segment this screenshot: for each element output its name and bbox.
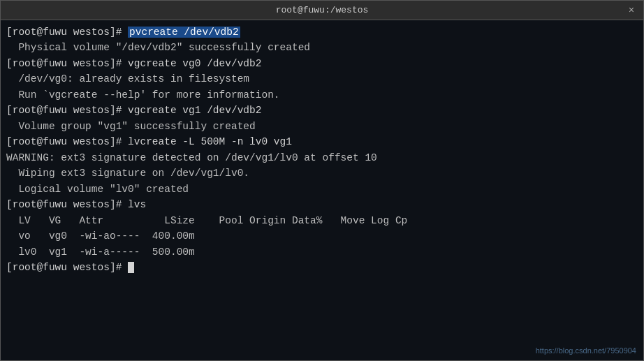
terminal-line-11: [root@fuwu westos]# lvs <box>6 197 638 212</box>
terminal-line-14: lv0 vg1 -wi-a----- 500.00m <box>6 244 638 260</box>
terminal-cursor <box>128 262 134 273</box>
prompt-prefix: [root@fuwu westos]# <box>6 58 128 69</box>
command-text: vgcreate vg0 /dev/vdb2 <box>128 58 261 69</box>
title-bar: root@fuwu:/westos × <box>1 1 643 20</box>
terminal-window: root@fuwu:/westos × [root@fuwu westos]# … <box>0 0 644 361</box>
command-text: lvcreate -L 500M -n lv0 vg1 <box>128 136 292 147</box>
prompt-prefix: [root@fuwu westos]# <box>6 105 128 116</box>
command-text: lvs <box>128 199 146 210</box>
terminal-line-15: [root@fuwu westos]# <box>6 260 638 275</box>
terminal-line-12: LV VG Attr LSize Pool Origin Data% Move … <box>6 213 638 228</box>
title-bar-text: root@fuwu:/westos <box>276 5 369 15</box>
prompt-prefix: [root@fuwu westos]# <box>6 136 128 147</box>
terminal-line-8: WARNING: ext3 signature detected on /dev… <box>6 150 638 165</box>
terminal-line-9: Wiping ext3 signature on /dev/vg1/lv0. <box>6 165 638 181</box>
close-button[interactable]: × <box>625 4 638 17</box>
terminal-line-6: Volume group "vg1" successfully created <box>6 119 638 134</box>
prompt-prefix: [root@fuwu westos]# <box>6 260 128 275</box>
terminal-line-5: [root@fuwu westos]# vgcreate vg1 /dev/vd… <box>6 103 638 118</box>
terminal-line-2: [root@fuwu westos]# vgcreate vg0 /dev/vd… <box>6 56 638 71</box>
terminal-body: [root@fuwu westos]# pvcreate /dev/vdb2 P… <box>1 20 643 360</box>
terminal-line-13: vo vg0 -wi-ao---- 400.00m <box>6 228 638 244</box>
prompt-prefix: [root@fuwu westos]# <box>6 27 128 38</box>
terminal-line-7: [root@fuwu westos]# lvcreate -L 500M -n … <box>6 134 638 149</box>
terminal-line-10: Logical volume "lv0" created <box>6 182 638 197</box>
prompt-prefix: [root@fuwu westos]# <box>6 199 128 210</box>
terminal-line-4: Run `vgcreate --help' for more informati… <box>6 87 638 103</box>
terminal-line-0: [root@fuwu westos]# pvcreate /dev/vdb2 <box>6 24 638 40</box>
watermark: https://blog.csdn.net/7950904 <box>536 346 636 355</box>
command-text: vgcreate vg1 /dev/vdb2 <box>128 105 261 116</box>
command-text: pvcreate /dev/vdb2 <box>128 27 240 38</box>
terminal-line-1: Physical volume "/dev/vdb2" successfully… <box>6 40 638 55</box>
terminal-line-3: /dev/vg0: already exists in filesystem <box>6 71 638 87</box>
